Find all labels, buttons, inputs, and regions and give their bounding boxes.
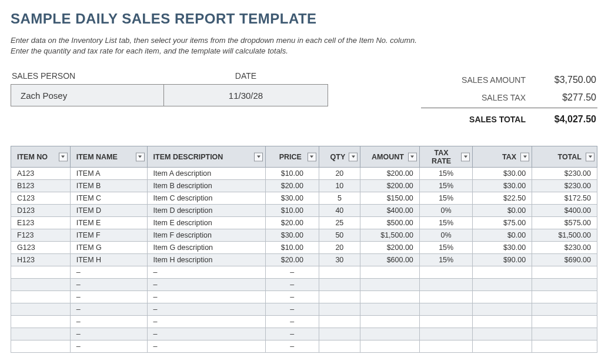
- cell-qty[interactable]: [319, 316, 360, 328]
- cell-tax-rate[interactable]: 15%: [419, 192, 473, 205]
- cell-tax: [473, 266, 532, 279]
- cell-item-desc: Item H description: [147, 254, 265, 266]
- cell-price: $10.00: [266, 205, 319, 217]
- cell-amount: $200.00: [360, 168, 420, 180]
- cell-total: $1,500.00: [532, 229, 597, 242]
- filter-qty-icon[interactable]: [349, 152, 358, 161]
- cell-qty[interactable]: 40: [319, 205, 360, 217]
- cell-tax-rate[interactable]: [419, 340, 473, 353]
- sales-person-input[interactable]: Zach Posey: [11, 85, 164, 106]
- cell-item-no[interactable]: [11, 279, 71, 291]
- cell-item-name: –: [70, 340, 147, 353]
- cell-item-no[interactable]: [11, 291, 71, 303]
- cell-tax-rate[interactable]: 15%: [419, 217, 473, 229]
- cell-amount: [360, 316, 420, 328]
- cell-item-desc: Item F description: [147, 229, 265, 242]
- cell-amount: $150.00: [360, 192, 420, 205]
- cell-qty[interactable]: [319, 303, 360, 316]
- cell-qty[interactable]: [319, 266, 360, 279]
- table-row: A123ITEM AItem A description$10.0020$200…: [11, 168, 597, 180]
- cell-qty[interactable]: [319, 328, 360, 340]
- cell-item-desc: Item C description: [147, 192, 265, 205]
- cell-price: –: [266, 303, 319, 316]
- cell-tax: $0.00: [473, 229, 532, 242]
- cell-tax-rate[interactable]: 0%: [419, 205, 473, 217]
- cell-item-no[interactable]: [11, 328, 71, 340]
- cell-item-desc: Item D description: [147, 205, 265, 217]
- cell-qty[interactable]: [319, 279, 360, 291]
- filter-price-icon[interactable]: [308, 152, 316, 161]
- header-item-no: ITEM NO: [17, 153, 48, 161]
- cell-item-no[interactable]: F123: [11, 229, 71, 242]
- cell-qty[interactable]: [319, 340, 360, 353]
- cell-amount: [360, 291, 420, 303]
- cell-amount: [360, 340, 420, 353]
- cell-item-name: ITEM C: [70, 192, 147, 205]
- header-tax: TAX: [502, 153, 516, 161]
- header-tax-rate: TAX RATE: [426, 149, 457, 165]
- cell-tax-rate[interactable]: [419, 316, 473, 328]
- cell-tax-rate[interactable]: 15%: [419, 180, 473, 192]
- cell-total: [532, 316, 597, 328]
- cell-item-name: ITEM F: [70, 229, 147, 242]
- header-item-name: ITEM NAME: [76, 153, 118, 161]
- cell-total: [532, 328, 597, 340]
- cell-qty[interactable]: 20: [319, 168, 360, 180]
- cell-tax-rate[interactable]: 0%: [419, 229, 473, 242]
- cell-item-no[interactable]: B123: [11, 180, 71, 192]
- cell-item-no[interactable]: C123: [11, 192, 71, 205]
- sales-total-label: SALES TOTAL: [422, 115, 526, 124]
- filter-item-name-icon[interactable]: [136, 152, 145, 161]
- cell-total: [532, 340, 597, 353]
- cell-item-name: ITEM B: [70, 180, 147, 192]
- cell-total: $230.00: [532, 180, 597, 192]
- cell-item-no[interactable]: E123: [11, 217, 71, 229]
- cell-item-no[interactable]: A123: [11, 168, 71, 180]
- cell-tax-rate[interactable]: [419, 279, 473, 291]
- cell-tax-rate[interactable]: [419, 303, 473, 316]
- summary-panel: SALES AMOUNT $3,750.00 SALES TAX $277.50…: [421, 71, 597, 128]
- cell-qty[interactable]: 10: [319, 180, 360, 192]
- cell-item-no[interactable]: [11, 266, 71, 279]
- cell-qty[interactable]: [319, 291, 360, 303]
- cell-amount: [360, 303, 420, 316]
- filter-item-desc-icon[interactable]: [254, 152, 263, 161]
- cell-tax-rate[interactable]: [419, 328, 473, 340]
- filter-tax-rate-icon[interactable]: [461, 152, 470, 161]
- filter-amount-icon[interactable]: [408, 152, 417, 161]
- cell-item-no[interactable]: [11, 340, 71, 353]
- cell-price: $30.00: [266, 229, 319, 242]
- cell-price: –: [266, 279, 319, 291]
- table-row: –––: [11, 266, 597, 279]
- cell-amount: $500.00: [360, 217, 420, 229]
- cell-tax-rate[interactable]: 15%: [419, 242, 473, 254]
- cell-price: $30.00: [266, 192, 319, 205]
- cell-item-name: –: [70, 328, 147, 340]
- cell-item-name: –: [70, 279, 147, 291]
- cell-amount: $400.00: [360, 205, 420, 217]
- cell-qty[interactable]: 30: [319, 254, 360, 266]
- sales-total-value: $4,027.50: [526, 114, 596, 125]
- date-input[interactable]: 11/30/28: [164, 85, 328, 106]
- cell-tax-rate[interactable]: [419, 291, 473, 303]
- filter-item-no-icon[interactable]: [59, 152, 68, 161]
- cell-item-desc: Item E description: [147, 217, 265, 229]
- cell-tax: [473, 316, 532, 328]
- cell-tax-rate[interactable]: 15%: [419, 254, 473, 266]
- cell-qty[interactable]: 20: [319, 242, 360, 254]
- cell-item-no[interactable]: [11, 303, 71, 316]
- cell-qty[interactable]: 5: [319, 192, 360, 205]
- cell-item-no[interactable]: [11, 316, 71, 328]
- cell-tax-rate[interactable]: [419, 266, 473, 279]
- table-row: G123ITEM GItem G description$10.0020$200…: [11, 242, 597, 254]
- filter-total-icon[interactable]: [586, 152, 594, 161]
- date-label: DATE: [163, 71, 328, 81]
- cell-item-no[interactable]: G123: [11, 242, 71, 254]
- filter-tax-icon[interactable]: [520, 152, 529, 161]
- cell-qty[interactable]: 50: [319, 229, 360, 242]
- cell-item-no[interactable]: D123: [11, 205, 71, 217]
- cell-item-name: –: [70, 266, 147, 279]
- cell-item-no[interactable]: H123: [11, 254, 71, 266]
- cell-qty[interactable]: 25: [319, 217, 360, 229]
- cell-tax-rate[interactable]: 15%: [419, 168, 473, 180]
